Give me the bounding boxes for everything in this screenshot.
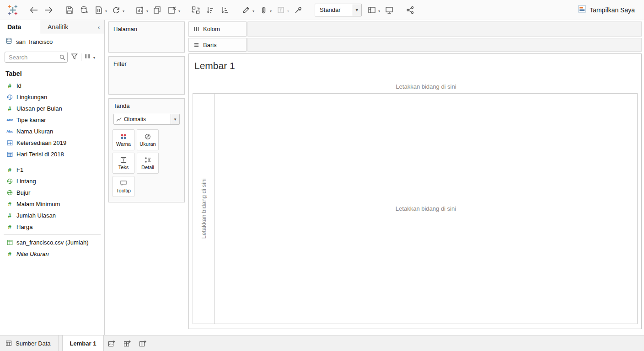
field-divider [4,162,101,162]
cards-caret-icon[interactable]: ▾ [378,9,380,13]
show-hide-cards-button[interactable] [365,3,378,17]
redo-button[interactable] [42,3,55,17]
highlight-button[interactable] [240,3,252,17]
field-item[interactable]: # Ulasan per Bulan [0,103,104,114]
run-updates-caret-icon[interactable]: ▾ [123,9,124,13]
number-icon: # [3,82,16,89]
rows-icon [193,42,199,48]
pause-auto-updates-button[interactable] [92,3,105,17]
datasource-name: san_francisco [16,38,53,45]
run-auto-updates-button[interactable] [110,3,123,17]
pages-card[interactable]: Halaman [108,21,185,53]
new-story-tab-button[interactable] [135,335,150,351]
sort-ascending-button[interactable] [204,3,217,17]
field-item[interactable]: Lintang [0,176,104,187]
size-button-label: Ukuran [140,141,156,147]
field-label: Id [16,82,21,89]
field-item[interactable]: Abc Tipe kamar [0,114,104,126]
field-item[interactable]: # Malam Minimum [0,198,104,210]
view-options-caret-icon[interactable]: ▾ [93,56,95,60]
new-dashboard-tab-button[interactable] [119,335,135,351]
filter-fields-icon[interactable] [71,53,78,62]
divider [81,53,81,61]
text-button[interactable]: Teks [113,153,134,174]
view-options-icon[interactable] [85,53,91,61]
collapse-pane-icon[interactable]: ‹ [98,24,100,31]
field-item[interactable]: # Nilai Ukuran [0,248,104,260]
field-label: Nilai Ukuran [16,250,49,257]
drop-zone-center[interactable]: Letakkan bidang di sini [215,93,638,324]
worksheet-area: Kolom Baris Lembar 1 Letakkan bidang di … [188,20,644,335]
detail-button[interactable]: Detail [137,153,159,174]
tableau-logo-icon[interactable] [6,3,19,17]
show-me-button[interactable]: Tampilkan Saya [574,3,639,16]
fix-axes-button[interactable] [292,3,305,17]
field-item[interactable]: Hari Terisi di 2018 [0,149,104,160]
field-label: san_francisco.csv (Jumlah) [16,239,89,246]
field-item[interactable]: # Id [0,80,104,91]
field-item[interactable]: # Harga [0,221,104,233]
field-item[interactable]: # Jumlah Ulasan [0,210,104,221]
group-caret-icon[interactable]: ▾ [270,9,272,13]
number-icon: # [3,212,16,219]
field-item[interactable]: Lingkungan [0,91,104,103]
filters-card[interactable]: Filter [108,56,185,95]
globe-icon [3,190,16,196]
field-item[interactable]: Bujur [0,187,104,198]
undo-button[interactable] [27,3,40,17]
rows-shelf-label: Baris [188,38,247,52]
new-worksheet-button[interactable] [134,3,146,17]
field-label: Lintang [16,178,36,185]
drop-zone-left[interactable]: Letakkan bidang di sini [193,93,215,324]
clear-sheet-button[interactable] [166,3,178,17]
field-label: Tipe kamar [16,117,46,123]
presentation-mode-button[interactable] [383,3,396,17]
marks-card-title: Tanda [109,99,184,111]
columns-shelf-label: Kolom [188,21,247,37]
field-item[interactable]: Ketersediaan 2019 [0,137,104,149]
field-label: Lingkungan [16,94,47,101]
data-pane: Data Analitik ‹ san_francisco [0,20,105,335]
tab-analytics[interactable]: Analitik ‹ [40,20,104,34]
mark-type-dropdown[interactable]: Otomatis ▼ [113,114,180,125]
sheet-canvas: Lembar 1 Letakkan bidang di sini Letakka… [188,53,642,329]
tables-section-title: Tabel [0,66,104,80]
datasource-item[interactable]: san_francisco [0,34,104,49]
new-worksheet-tab-button[interactable] [104,335,119,351]
field-item[interactable]: # F1 [0,164,104,176]
mark-labels-caret-icon[interactable]: ▾ [287,9,289,13]
rows-shelf-droparea[interactable] [247,38,642,52]
new-datasource-button[interactable] [78,3,91,17]
fit-select[interactable]: Standar ▼ [315,4,362,16]
size-button[interactable]: Ukuran [137,129,159,150]
sort-descending-button[interactable] [219,3,231,17]
sheet-title[interactable]: Lembar 1 [189,54,641,71]
field-label: Jumlah Ulasan [16,212,56,219]
show-mark-labels-button[interactable] [274,3,287,17]
tab-data[interactable]: Data [0,20,40,34]
data-source-tab[interactable]: Sumber Data [0,335,59,351]
sheet-tab-lembar-1[interactable]: Lembar 1 [62,335,104,351]
group-members-button[interactable] [257,3,270,17]
pause-updates-caret-icon[interactable]: ▾ [105,9,107,13]
save-button[interactable] [63,3,76,17]
columns-icon [193,26,199,32]
number-icon: # [3,223,16,230]
highlight-caret-icon[interactable]: ▾ [252,9,254,13]
drop-zone-top[interactable]: Letakkan bidang di sini [215,80,638,93]
calendar-icon [3,140,16,146]
fit-select-caret-icon: ▼ [352,4,361,16]
field-list: # Id Lingkungan # Ulasan per Bulan Abc T… [0,80,104,260]
field-item[interactable]: Abc Nama Ukuran [0,126,104,137]
show-me-icon [578,5,586,15]
search-input[interactable] [5,52,68,63]
color-button[interactable]: Warna [113,129,134,150]
field-item[interactable]: san_francisco.csv (Jumlah) [0,237,104,248]
columns-shelf-droparea[interactable] [247,21,642,37]
duplicate-sheet-button[interactable] [151,3,164,17]
clear-sheet-caret-icon[interactable]: ▾ [178,9,180,13]
tooltip-button[interactable]: Tooltip [113,176,134,197]
share-button[interactable] [404,3,417,17]
swap-rows-columns-button[interactable] [189,3,202,17]
new-worksheet-caret-icon[interactable]: ▾ [146,9,148,13]
